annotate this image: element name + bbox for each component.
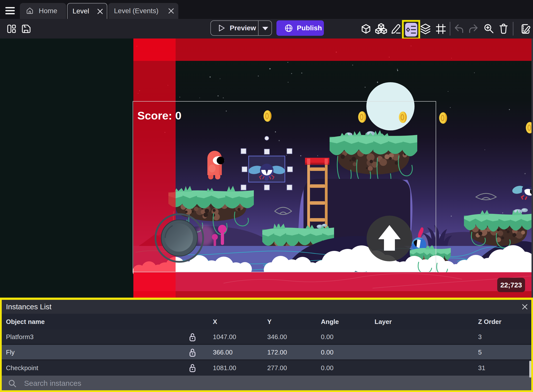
svg-text:Score: 0: Score: 0 bbox=[137, 109, 182, 122]
svg-text:22;723: 22;723 bbox=[500, 281, 522, 289]
